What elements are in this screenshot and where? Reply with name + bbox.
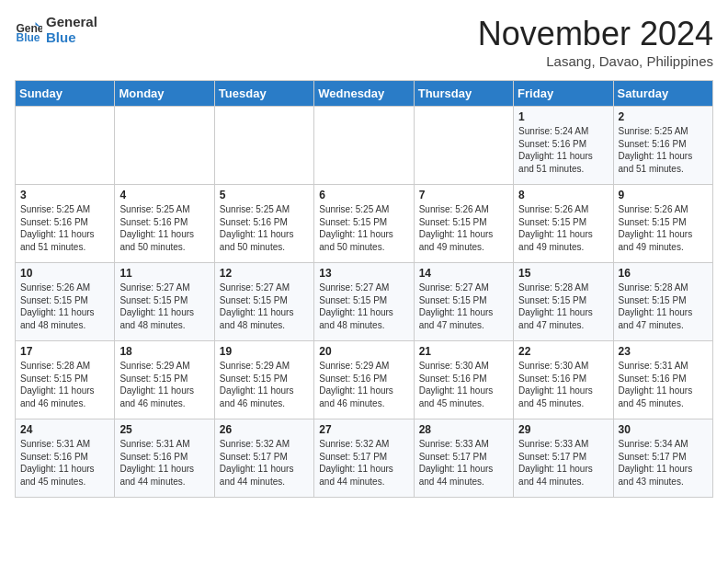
calendar-cell: 8Sunrise: 5:26 AM Sunset: 5:15 PM Daylig… [514, 185, 613, 263]
calendar-cell: 20Sunrise: 5:29 AM Sunset: 5:16 PM Dayli… [314, 341, 414, 419]
day-number: 18 [119, 345, 209, 358]
day-info: Sunrise: 5:28 AM Sunset: 5:15 PM Dayligh… [619, 282, 708, 331]
day-number: 27 [319, 423, 408, 436]
day-number: 10 [20, 267, 109, 280]
day-info: Sunrise: 5:29 AM Sunset: 5:16 PM Dayligh… [319, 360, 408, 409]
calendar-cell [214, 107, 313, 185]
calendar-cell: 3Sunrise: 5:25 AM Sunset: 5:16 PM Daylig… [16, 185, 115, 263]
day-info: Sunrise: 5:27 AM Sunset: 5:15 PM Dayligh… [419, 282, 508, 331]
day-number: 8 [518, 189, 608, 201]
day-number: 16 [619, 267, 708, 280]
day-info: Sunrise: 5:34 AM Sunset: 5:17 PM Dayligh… [619, 438, 708, 488]
week-row-4: 17Sunrise: 5:28 AM Sunset: 5:15 PM Dayli… [16, 341, 713, 419]
day-number: 7 [419, 189, 508, 201]
weekday-header-wednesday: Wednesday [314, 81, 414, 107]
calendar-cell: 18Sunrise: 5:29 AM Sunset: 5:15 PM Dayli… [115, 341, 214, 419]
day-info: Sunrise: 5:29 AM Sunset: 5:15 PM Dayligh… [119, 360, 209, 409]
calendar-cell: 15Sunrise: 5:28 AM Sunset: 5:15 PM Dayli… [514, 263, 613, 341]
day-number: 5 [220, 189, 309, 201]
logo-general: General [46, 15, 97, 30]
logo: General Blue General Blue [15, 15, 97, 45]
weekday-header-sunday: Sunday [16, 81, 115, 107]
day-number: 29 [518, 423, 608, 436]
day-number: 3 [20, 189, 109, 201]
week-row-3: 10Sunrise: 5:26 AM Sunset: 5:15 PM Dayli… [16, 263, 713, 341]
calendar-cell: 19Sunrise: 5:29 AM Sunset: 5:15 PM Dayli… [214, 341, 313, 419]
calendar-cell: 13Sunrise: 5:27 AM Sunset: 5:15 PM Dayli… [314, 263, 414, 341]
calendar-cell: 27Sunrise: 5:32 AM Sunset: 5:17 PM Dayli… [314, 419, 414, 498]
day-number: 22 [518, 345, 608, 358]
calendar-cell: 21Sunrise: 5:30 AM Sunset: 5:16 PM Dayli… [414, 341, 513, 419]
day-info: Sunrise: 5:32 AM Sunset: 5:17 PM Dayligh… [319, 438, 408, 488]
day-number: 13 [319, 267, 408, 280]
calendar-cell: 25Sunrise: 5:31 AM Sunset: 5:16 PM Dayli… [115, 419, 214, 498]
day-number: 12 [220, 267, 309, 280]
day-info: Sunrise: 5:28 AM Sunset: 5:15 PM Dayligh… [20, 360, 109, 409]
day-info: Sunrise: 5:28 AM Sunset: 5:15 PM Dayligh… [518, 282, 608, 331]
calendar-cell [115, 107, 214, 185]
title-block: November 2024 Lasang, Davao, Philippines [478, 15, 713, 69]
calendar-cell: 26Sunrise: 5:32 AM Sunset: 5:17 PM Dayli… [214, 419, 313, 498]
weekday-header-saturday: Saturday [613, 81, 712, 107]
day-number: 11 [119, 267, 209, 280]
day-number: 19 [220, 345, 309, 358]
svg-text:Blue: Blue [17, 31, 40, 44]
calendar-cell: 17Sunrise: 5:28 AM Sunset: 5:15 PM Dayli… [16, 341, 115, 419]
day-number: 24 [20, 423, 109, 436]
weekday-header-thursday: Thursday [414, 81, 513, 107]
calendar-cell: 30Sunrise: 5:34 AM Sunset: 5:17 PM Dayli… [613, 419, 712, 498]
calendar-cell: 22Sunrise: 5:30 AM Sunset: 5:16 PM Dayli… [514, 341, 613, 419]
calendar-cell: 10Sunrise: 5:26 AM Sunset: 5:15 PM Dayli… [16, 263, 115, 341]
day-number: 26 [220, 423, 309, 436]
calendar-cell [16, 107, 115, 185]
calendar-cell [414, 107, 513, 185]
day-info: Sunrise: 5:30 AM Sunset: 5:16 PM Dayligh… [518, 360, 608, 409]
day-info: Sunrise: 5:24 AM Sunset: 5:16 PM Dayligh… [518, 125, 608, 175]
day-info: Sunrise: 5:33 AM Sunset: 5:17 PM Dayligh… [518, 438, 608, 488]
calendar-cell: 29Sunrise: 5:33 AM Sunset: 5:17 PM Dayli… [514, 419, 613, 498]
day-number: 15 [518, 267, 608, 280]
calendar-cell: 12Sunrise: 5:27 AM Sunset: 5:15 PM Dayli… [214, 263, 313, 341]
day-info: Sunrise: 5:31 AM Sunset: 5:16 PM Dayligh… [619, 360, 708, 409]
day-info: Sunrise: 5:26 AM Sunset: 5:15 PM Dayligh… [518, 203, 608, 253]
day-number: 14 [419, 267, 508, 280]
day-number: 1 [518, 110, 608, 123]
day-info: Sunrise: 5:31 AM Sunset: 5:16 PM Dayligh… [20, 438, 109, 488]
weekday-header-row: SundayMondayTuesdayWednesdayThursdayFrid… [16, 81, 713, 107]
calendar-cell: 7Sunrise: 5:26 AM Sunset: 5:15 PM Daylig… [414, 185, 513, 263]
day-number: 6 [319, 189, 408, 201]
day-number: 9 [619, 189, 708, 201]
day-number: 21 [419, 345, 508, 358]
calendar-cell: 16Sunrise: 5:28 AM Sunset: 5:15 PM Dayli… [613, 263, 712, 341]
day-info: Sunrise: 5:27 AM Sunset: 5:15 PM Dayligh… [319, 282, 408, 331]
day-info: Sunrise: 5:27 AM Sunset: 5:15 PM Dayligh… [119, 282, 209, 331]
day-info: Sunrise: 5:26 AM Sunset: 5:15 PM Dayligh… [419, 203, 508, 253]
day-info: Sunrise: 5:25 AM Sunset: 5:15 PM Dayligh… [319, 203, 408, 253]
day-number: 25 [119, 423, 209, 436]
calendar-cell: 24Sunrise: 5:31 AM Sunset: 5:16 PM Dayli… [16, 419, 115, 498]
day-number: 20 [319, 345, 408, 358]
day-info: Sunrise: 5:30 AM Sunset: 5:16 PM Dayligh… [419, 360, 508, 409]
week-row-5: 24Sunrise: 5:31 AM Sunset: 5:16 PM Dayli… [16, 419, 713, 498]
calendar-cell: 28Sunrise: 5:33 AM Sunset: 5:17 PM Dayli… [414, 419, 513, 498]
logo-icon: General Blue [15, 17, 42, 44]
calendar-cell: 5Sunrise: 5:25 AM Sunset: 5:16 PM Daylig… [214, 185, 313, 263]
calendar-cell: 14Sunrise: 5:27 AM Sunset: 5:15 PM Dayli… [414, 263, 513, 341]
week-row-2: 3Sunrise: 5:25 AM Sunset: 5:16 PM Daylig… [16, 185, 713, 263]
day-info: Sunrise: 5:25 AM Sunset: 5:16 PM Dayligh… [619, 125, 708, 175]
weekday-header-friday: Friday [514, 81, 613, 107]
day-info: Sunrise: 5:26 AM Sunset: 5:15 PM Dayligh… [20, 282, 109, 331]
weekday-header-monday: Monday [115, 81, 214, 107]
page-header: General Blue General Blue November 2024 … [15, 15, 713, 69]
day-info: Sunrise: 5:32 AM Sunset: 5:17 PM Dayligh… [220, 438, 309, 488]
day-info: Sunrise: 5:29 AM Sunset: 5:15 PM Dayligh… [220, 360, 309, 409]
location: Lasang, Davao, Philippines [478, 53, 713, 69]
week-row-1: 1Sunrise: 5:24 AM Sunset: 5:16 PM Daylig… [16, 107, 713, 185]
day-info: Sunrise: 5:33 AM Sunset: 5:17 PM Dayligh… [419, 438, 508, 488]
day-info: Sunrise: 5:26 AM Sunset: 5:15 PM Dayligh… [619, 203, 708, 253]
calendar-cell: 6Sunrise: 5:25 AM Sunset: 5:15 PM Daylig… [314, 185, 414, 263]
day-info: Sunrise: 5:25 AM Sunset: 5:16 PM Dayligh… [119, 203, 209, 253]
logo-blue: Blue [46, 30, 97, 46]
day-info: Sunrise: 5:27 AM Sunset: 5:15 PM Dayligh… [220, 282, 309, 331]
calendar-cell [314, 107, 414, 185]
